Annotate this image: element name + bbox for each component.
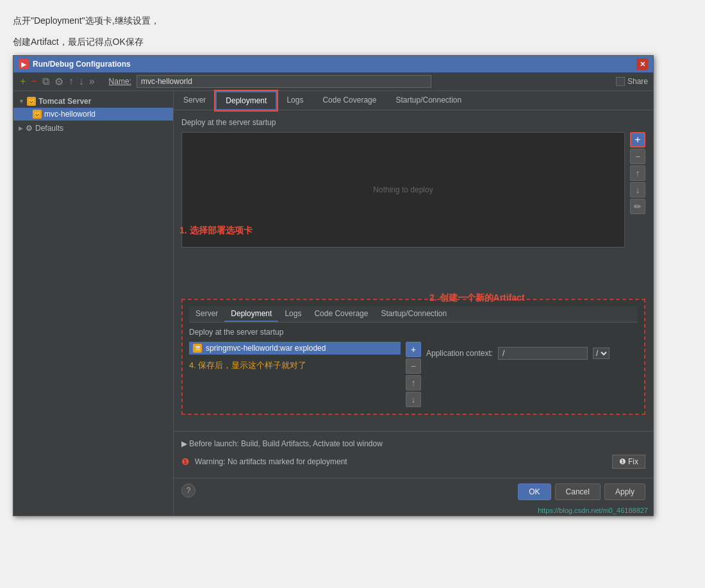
share-section: Share xyxy=(616,77,648,86)
deploy-up-button[interactable]: ↑ xyxy=(630,165,645,181)
defaults-expand-icon: ▶ xyxy=(19,125,23,131)
dashed-tab-logs[interactable]: Logs xyxy=(278,307,308,322)
dashed-tab-server[interactable]: Server xyxy=(189,307,224,322)
close-button[interactable]: ✕ xyxy=(636,58,648,70)
tomcat-group: ▼ 🐱 Tomcat Server 🐱 mvc-helloworld xyxy=(13,94,173,122)
dashed-tab-deployment[interactable]: Deployment xyxy=(224,307,278,322)
title-bar: ▶ Run/Debug Configurations ✕ xyxy=(13,56,653,72)
name-section: Name: xyxy=(109,75,431,88)
sidebar-item-mvc[interactable]: 🐱 mvc-helloworld xyxy=(13,108,173,121)
fix-button[interactable]: ❶ Fix xyxy=(612,455,645,469)
context-section: Application context: / xyxy=(426,347,638,360)
share-label: Share xyxy=(627,77,648,86)
dashed-remove-button[interactable]: − xyxy=(406,358,421,374)
title-bar-left: ▶ Run/Debug Configurations xyxy=(19,59,131,69)
dashed-note: 4. 保存后，显示这个样子就对了 xyxy=(189,360,401,371)
deploy-list: Nothing to deploy xyxy=(181,132,625,248)
intro-line2: 创建Artifact，最后记得点OK保存 xyxy=(13,34,692,50)
apply-button[interactable]: Apply xyxy=(604,483,645,500)
artifact-row[interactable]: ☰ springmvc-helloworld:war exploded xyxy=(189,342,401,355)
deploy-at-startup-label: Deploy at the server startup xyxy=(181,118,645,127)
main-content: ▼ 🐱 Tomcat Server 🐱 mvc-helloworld ▶ ⚙ D… xyxy=(13,91,653,516)
warning-text: Warning: No artifacts marked for deploym… xyxy=(195,457,347,466)
dashed-up-button[interactable]: ↑ xyxy=(406,375,421,391)
dialog-buttons: ? OK Cancel Apply xyxy=(174,478,653,505)
dashed-deploy-label: Deploy at the server startup xyxy=(189,328,638,337)
artifact-row-icon: ☰ xyxy=(193,344,202,353)
sidebar-item-tomcat[interactable]: ▼ 🐱 Tomcat Server xyxy=(13,95,173,108)
run-debug-dialog: ▶ Run/Debug Configurations ✕ + − ⧉ ⚙ ↑ ↓… xyxy=(13,55,654,516)
sidebar: ▼ 🐱 Tomcat Server 🐱 mvc-helloworld ▶ ⚙ D… xyxy=(13,91,174,516)
mvc-label: mvc-helloworld xyxy=(44,110,95,119)
expand-icon: ▼ xyxy=(19,98,24,105)
add-btn-wrapper: + Artifact... External Sour xyxy=(630,132,645,147)
warning-icon: ❶ xyxy=(181,457,190,467)
deploy-list-area: Nothing to deploy + Artifact... xyxy=(181,132,645,248)
url-bar: https://blog.csdn.net/m0_46188827 xyxy=(174,505,653,516)
defaults-icon: ⚙ xyxy=(26,124,33,133)
tabs: Server Deployment Logs Code Coverage Sta… xyxy=(174,91,653,110)
mvc-icon: 🐱 xyxy=(33,110,42,119)
sidebar-item-defaults[interactable]: ▶ ⚙ Defaults xyxy=(13,122,173,135)
name-input[interactable] xyxy=(137,75,431,88)
add-config-button[interactable]: + xyxy=(19,76,27,87)
copy-config-button[interactable]: ⧉ xyxy=(41,76,51,87)
nothing-to-deploy: Nothing to deploy xyxy=(373,185,433,194)
settings-button[interactable]: ⚙ xyxy=(53,76,65,88)
dashed-example-box: Server Deployment Logs Code Coverage Sta… xyxy=(181,299,645,415)
before-launch-section: ▶ Before launch: Build, Build Artifacts,… xyxy=(174,431,653,478)
move-down-button[interactable]: ↓ xyxy=(78,76,85,87)
add-deploy-button[interactable]: + xyxy=(630,132,645,147)
app-icon: ▶ xyxy=(19,59,29,69)
share-checkbox[interactable] xyxy=(616,77,625,86)
defaults-label: Defaults xyxy=(35,124,63,133)
remove-config-button[interactable]: − xyxy=(29,76,38,87)
dialog-title: Run/Debug Configurations xyxy=(33,60,131,69)
toolbar: + − ⧉ ⚙ ↑ ↓ » Name: Share xyxy=(13,72,653,91)
edit-deploy-button[interactable]: ✏ xyxy=(630,199,645,214)
tab-server[interactable]: Server xyxy=(174,91,215,110)
dashed-tab-code-coverage[interactable]: Code Coverage xyxy=(308,307,374,322)
dashed-tab-startup[interactable]: Startup/Connection xyxy=(374,307,453,322)
cancel-button[interactable]: Cancel xyxy=(555,483,601,500)
context-dropdown[interactable]: / xyxy=(593,348,610,359)
tab-deployment[interactable]: Deployment xyxy=(215,91,277,110)
deployment-tab-content: Deploy at the server startup Nothing to … xyxy=(174,110,653,431)
context-label: Application context: xyxy=(426,349,493,358)
tab-logs[interactable]: Logs xyxy=(277,91,313,110)
tomcat-icon: 🐱 xyxy=(27,97,36,106)
deploy-down-button[interactable]: ↓ xyxy=(630,182,645,197)
ok-button[interactable]: OK xyxy=(518,483,551,500)
context-input[interactable] xyxy=(498,347,588,360)
move-up-button[interactable]: ↑ xyxy=(67,76,75,87)
before-launch-label[interactable]: ▶ Before launch: Build, Build Artifacts,… xyxy=(181,437,645,451)
deploy-list-buttons: + Artifact... External Sour xyxy=(630,132,645,248)
help-button[interactable]: ? xyxy=(181,483,195,498)
remove-deploy-button[interactable]: − xyxy=(630,149,645,164)
artifact-name: springmvc-helloworld:war exploded xyxy=(206,344,326,353)
more-button[interactable]: » xyxy=(88,76,96,87)
warning-bar: ❶ Warning: No artifacts marked for deplo… xyxy=(181,451,645,473)
dashed-down-button[interactable]: ↓ xyxy=(406,392,421,407)
name-label: Name: xyxy=(109,77,131,86)
intro-line1: 点开"Deployment"选项卡,继续设置， xyxy=(13,13,692,29)
dialog-wrapper: 1. 选择部署选项卡 2. 创建一个新的Artifact 3. 保存 ▶ Run… xyxy=(13,55,654,516)
right-panel: Server Deployment Logs Code Coverage Sta… xyxy=(174,91,653,516)
tomcat-label: Tomcat Server xyxy=(38,97,91,106)
dashed-tabs: Server Deployment Logs Code Coverage Sta… xyxy=(189,307,638,323)
tab-startup[interactable]: Startup/Connection xyxy=(386,91,471,110)
dashed-add-button[interactable]: + xyxy=(406,342,421,357)
tab-code-coverage[interactable]: Code Coverage xyxy=(313,91,386,110)
